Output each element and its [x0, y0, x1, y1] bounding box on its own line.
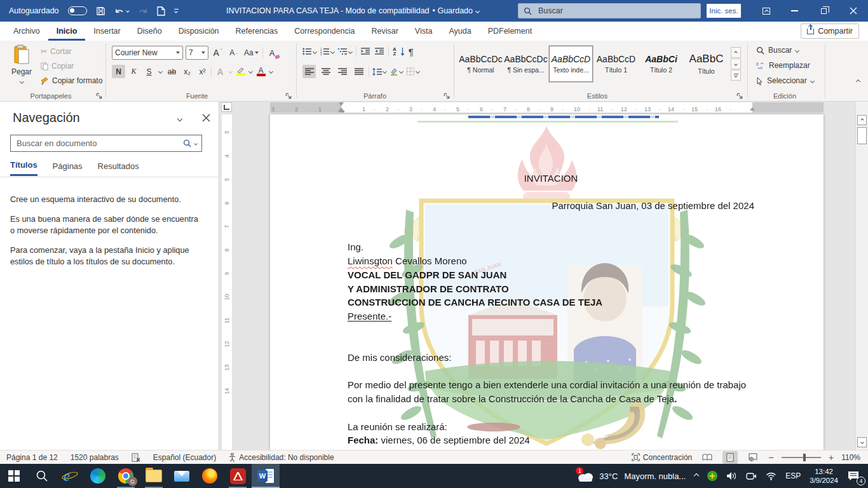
underline-button[interactable]: S	[142, 65, 156, 78]
nav-search-options-icon[interactable]	[194, 142, 198, 146]
show-marks-button[interactable]: ¶	[409, 46, 414, 57]
paste-button[interactable]: Pegar	[5, 44, 38, 85]
highlight-button[interactable]	[234, 65, 247, 78]
search-input[interactable]	[537, 6, 677, 16]
tab-revisar[interactable]: Revisar	[363, 22, 406, 41]
horizontal-ruler[interactable]: 321 1234567891011121314151617	[270, 102, 824, 112]
grow-font-button[interactable]: Aˆ	[211, 46, 224, 60]
taskbar-search-button[interactable]	[28, 464, 56, 488]
zoom-level[interactable]: 110%	[841, 453, 860, 462]
proofing-errors-icon[interactable]	[132, 453, 140, 462]
align-left-button[interactable]	[302, 65, 316, 78]
shading-button[interactable]	[390, 67, 403, 76]
first-line-indent-marker[interactable]	[339, 102, 344, 106]
autosave-toggle[interactable]	[68, 6, 87, 15]
style-normal[interactable]: AaBbCcDc¶ Normal	[459, 46, 503, 82]
increase-indent-button[interactable]	[374, 48, 384, 55]
font-dialog-launcher[interactable]	[285, 92, 292, 100]
weather-widget[interactable]: 1 33°C Mayorm. nubla...	[572, 464, 690, 488]
ribbon-display-options-button[interactable]	[752, 0, 780, 22]
web-layout-button[interactable]	[745, 451, 761, 464]
internet-explorer-button[interactable]: e	[56, 464, 84, 488]
style-titulo-2[interactable]: AaBbCiTítulo 2	[639, 46, 683, 82]
mail-button[interactable]	[168, 464, 196, 488]
nav-search-input[interactable]	[15, 138, 180, 149]
start-button[interactable]	[0, 464, 28, 488]
find-button[interactable]: Buscar	[756, 46, 799, 55]
nav-close-icon[interactable]	[202, 114, 210, 122]
strikethrough-button[interactable]: ab	[165, 65, 179, 78]
tray-volume-icon[interactable]	[722, 464, 742, 488]
styles-gallery-more[interactable]	[731, 70, 741, 81]
font-family-combo[interactable]: Courier New	[112, 46, 183, 60]
vertical-ruler[interactable]: 34567891011121314	[222, 114, 232, 450]
accessibility-status[interactable]: Accesibilidad: No disponible	[229, 453, 334, 462]
tray-show-hidden-icons[interactable]	[690, 464, 703, 488]
scroll-down-button[interactable]	[857, 437, 867, 447]
scrollbar-thumb[interactable]	[857, 127, 867, 144]
vertical-scrollbar[interactable]	[855, 102, 868, 450]
font-color-button[interactable]: A	[254, 65, 268, 78]
nav-search-box[interactable]	[10, 135, 202, 152]
nav-search-icon[interactable]	[183, 139, 191, 147]
multilevel-list-button[interactable]	[338, 48, 352, 55]
font-size-combo[interactable]: 7	[186, 46, 208, 60]
change-case-button[interactable]: Aa	[243, 46, 260, 60]
nav-collapse-icon[interactable]	[177, 116, 182, 121]
new-document-icon[interactable]	[157, 6, 165, 16]
zoom-slider-thumb[interactable]	[803, 454, 806, 461]
restore-button[interactable]	[810, 0, 837, 22]
notification-center-button[interactable]: 4	[843, 464, 868, 488]
print-layout-button[interactable]	[722, 451, 738, 464]
tray-meet-now-icon[interactable]	[742, 464, 761, 488]
align-right-button[interactable]	[336, 65, 349, 78]
numbered-list-button[interactable]: 123	[320, 48, 334, 55]
tray-language[interactable]: ESP	[781, 464, 805, 488]
borders-button[interactable]	[406, 67, 419, 76]
tab-insertar[interactable]: Insertar	[85, 22, 128, 41]
titlebar-search[interactable]	[518, 3, 701, 18]
tab-correspondencia[interactable]: Correspondencia	[286, 22, 363, 41]
style-sin-espaciado[interactable]: AaBbCcDc¶ Sin espa...	[504, 46, 548, 82]
document-page[interactable]: FEBRERO DE 1940 7 SAN JUAN	[270, 114, 824, 450]
acrobat-button[interactable]	[224, 464, 252, 488]
tab-disposicion[interactable]: Disposición	[170, 22, 227, 41]
replace-button[interactable]: bc Reemplazar	[756, 61, 810, 70]
title-chevron-icon[interactable]	[475, 8, 480, 13]
align-center-button[interactable]	[319, 65, 332, 78]
tab-inicio[interactable]: Inicio	[48, 22, 86, 41]
edge-button[interactable]	[84, 464, 112, 488]
superscript-button[interactable]: x²	[196, 65, 209, 78]
right-indent-marker[interactable]	[750, 107, 755, 111]
minimize-button[interactable]	[780, 0, 808, 22]
format-painter-button[interactable]: Copiar formato	[41, 76, 102, 85]
undo-button[interactable]	[114, 6, 129, 15]
clipboard-dialog-launcher[interactable]	[95, 92, 103, 100]
tab-vista[interactable]: Vista	[407, 22, 441, 41]
sign-in-button[interactable]: Inic. ses.	[707, 4, 741, 18]
file-explorer-button[interactable]	[140, 464, 168, 488]
clear-formatting-button[interactable]: A	[266, 46, 279, 60]
language-indicator[interactable]: Español (Ecuador)	[153, 453, 216, 462]
tray-clock[interactable]: 13:423/9/2024	[805, 464, 843, 488]
saved-state[interactable]: • Guardado	[433, 6, 473, 15]
bold-button[interactable]: N	[112, 65, 125, 78]
tray-antivirus-icon[interactable]	[703, 464, 722, 488]
page-indicator[interactable]: Página 1 de 12	[6, 453, 58, 462]
styles-scroll-up[interactable]	[731, 47, 741, 58]
subscript-button[interactable]: x₂	[180, 65, 194, 78]
paragraph-dialog-launcher[interactable]	[443, 92, 451, 100]
save-icon[interactable]	[96, 6, 105, 16]
styles-dialog-launcher[interactable]	[736, 92, 743, 100]
word-taskbar-button[interactable]: W	[252, 464, 280, 488]
zoom-in-button[interactable]: +	[829, 452, 834, 463]
read-mode-button[interactable]	[700, 451, 715, 464]
nav-tab-paginas[interactable]: Páginas	[53, 161, 83, 175]
tray-wifi-icon[interactable]	[761, 464, 781, 488]
left-indent-marker[interactable]	[339, 111, 344, 112]
tab-referencias[interactable]: Referencias	[227, 22, 287, 41]
share-button[interactable]: Compartir	[801, 24, 859, 39]
bullet-list-button[interactable]	[302, 48, 316, 55]
close-button[interactable]	[839, 0, 868, 22]
focus-mode-button[interactable]: Concentración	[632, 453, 692, 462]
